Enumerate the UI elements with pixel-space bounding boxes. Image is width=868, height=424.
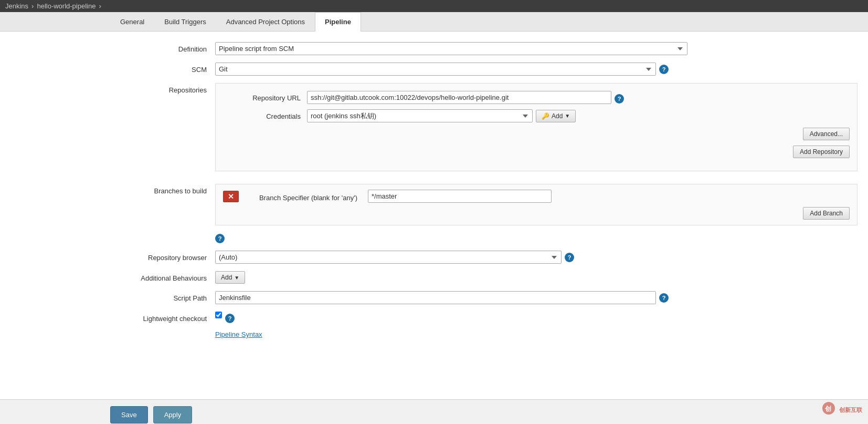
lightweight-checkout-control: ? bbox=[215, 312, 858, 323]
scm-help-icon[interactable]: ? bbox=[659, 65, 669, 74]
breadcrumb-pipeline[interactable]: hello-world-pipeline bbox=[37, 2, 96, 10]
repo-browser-help-icon[interactable]: ? bbox=[565, 253, 574, 262]
advanced-row: Advanced... bbox=[223, 128, 850, 140]
lightweight-checkout-help-icon[interactable]: ? bbox=[225, 314, 235, 323]
additional-behaviours-control: Add ▼ bbox=[215, 271, 858, 284]
definition-label: Definition bbox=[110, 42, 215, 53]
credentials-select[interactable]: root (jenkins ssh私钥) bbox=[307, 109, 533, 122]
scm-control: Git ? bbox=[215, 63, 858, 76]
add-caret: ▼ bbox=[234, 275, 239, 281]
repo-url-row: Repository URL ? bbox=[223, 91, 850, 104]
breadcrumb-sep2: › bbox=[99, 2, 101, 10]
branches-section: ✕ Branch Specifier (blank for 'any') Add… bbox=[215, 184, 858, 225]
pipeline-syntax-link[interactable]: Pipeline Syntax bbox=[215, 330, 262, 338]
add-label: Add bbox=[221, 274, 232, 281]
watermark: 创 创新互联 bbox=[821, 400, 863, 419]
lightweight-checkout-checkbox[interactable] bbox=[215, 312, 222, 318]
add-repository-button[interactable]: Add Repository bbox=[793, 146, 850, 158]
pipeline-syntax-spacer bbox=[110, 330, 215, 334]
branches-row: Branches to build ✕ Branch Specifier (bl… bbox=[110, 184, 858, 243]
scm-select[interactable]: Git bbox=[215, 63, 656, 76]
branches-label: Branches to build bbox=[110, 184, 215, 195]
repo-browser-label: Repository browser bbox=[110, 251, 215, 262]
scm-label: SCM bbox=[110, 63, 215, 74]
script-path-row: Script Path ? bbox=[110, 291, 858, 304]
script-path-help-icon[interactable]: ? bbox=[659, 293, 669, 303]
add-repository-row: Add Repository bbox=[223, 146, 850, 158]
branch-specifier-label: Branch Specifier (blank for 'any') bbox=[243, 191, 364, 202]
remove-branch-button[interactable]: ✕ bbox=[223, 191, 239, 202]
breadcrumb-jenkins[interactable]: Jenkins bbox=[5, 2, 28, 10]
breadcrumb-sep1: › bbox=[31, 2, 34, 10]
branches-control: ✕ Branch Specifier (blank for 'any') Add… bbox=[215, 184, 858, 243]
svg-text:创新互联: 创新互联 bbox=[839, 407, 863, 413]
pipeline-syntax-row: Pipeline Syntax bbox=[110, 330, 858, 338]
credentials-label: Credentials bbox=[223, 109, 307, 120]
add-credentials-caret: ▼ bbox=[565, 113, 570, 119]
repo-url-help-icon[interactable]: ? bbox=[615, 94, 624, 104]
script-path-label: Script Path bbox=[110, 291, 215, 302]
additional-behaviours-row: Additional Behaviours Add ▼ bbox=[110, 271, 858, 284]
breadcrumb: Jenkins › hello-world-pipeline › bbox=[0, 0, 868, 12]
svg-text:创: 创 bbox=[824, 405, 831, 412]
lightweight-checkout-label: Lightweight checkout bbox=[110, 312, 215, 323]
tab-build-triggers[interactable]: Build Triggers bbox=[154, 12, 216, 31]
branches-help-icon[interactable]: ? bbox=[215, 234, 225, 243]
bottom-bar: Save Apply bbox=[0, 399, 868, 424]
credentials-row: Credentials root (jenkins ssh私钥) 🔑 Add ▼ bbox=[223, 109, 850, 122]
repo-url-input[interactable] bbox=[307, 91, 611, 104]
definition-control: Pipeline script from SCM bbox=[215, 42, 858, 55]
scm-row: SCM Git ? bbox=[110, 63, 858, 76]
repo-browser-row: Repository browser (Auto) ? bbox=[110, 251, 858, 264]
lightweight-checkout-row: Lightweight checkout ? bbox=[110, 312, 858, 323]
key-icon: 🔑 bbox=[542, 112, 549, 120]
definition-row: Definition Pipeline script from SCM bbox=[110, 42, 858, 55]
add-credentials-label: Add bbox=[552, 112, 563, 120]
script-path-input[interactable] bbox=[215, 291, 656, 304]
repositories-row: Repositories Repository URL ? Credential… bbox=[110, 83, 858, 177]
additional-behaviours-add-button[interactable]: Add ▼ bbox=[215, 271, 245, 284]
main-content: Definition Pipeline script from SCM SCM … bbox=[0, 32, 868, 399]
add-branch-button[interactable]: Add Branch bbox=[803, 207, 850, 220]
add-credentials-button[interactable]: 🔑 Add ▼ bbox=[536, 110, 576, 122]
branch-specifier-input[interactable] bbox=[368, 190, 552, 203]
tabs-bar: General Build Triggers Advanced Project … bbox=[0, 12, 868, 32]
pipeline-syntax-control: Pipeline Syntax bbox=[215, 330, 858, 338]
repo-browser-select[interactable]: (Auto) bbox=[215, 251, 562, 264]
tab-pipeline[interactable]: Pipeline bbox=[315, 12, 361, 32]
definition-select[interactable]: Pipeline script from SCM bbox=[215, 42, 687, 55]
branch-row: ✕ Branch Specifier (blank for 'any') bbox=[223, 190, 850, 203]
additional-behaviours-label: Additional Behaviours bbox=[110, 271, 215, 282]
tab-general[interactable]: General bbox=[110, 12, 154, 31]
repositories-control: Repository URL ? Credentials root (jenki… bbox=[215, 83, 858, 177]
tab-advanced-project-options[interactable]: Advanced Project Options bbox=[216, 12, 315, 31]
advanced-button[interactable]: Advanced... bbox=[803, 128, 850, 140]
repositories-label: Repositories bbox=[110, 83, 215, 94]
repositories-section: Repository URL ? Credentials root (jenki… bbox=[215, 83, 858, 171]
save-button[interactable]: Save bbox=[110, 406, 148, 423]
script-path-control: ? bbox=[215, 291, 858, 304]
repo-url-label: Repository URL bbox=[223, 91, 307, 102]
apply-button[interactable]: Apply bbox=[153, 406, 193, 423]
repo-browser-control: (Auto) ? bbox=[215, 251, 858, 264]
